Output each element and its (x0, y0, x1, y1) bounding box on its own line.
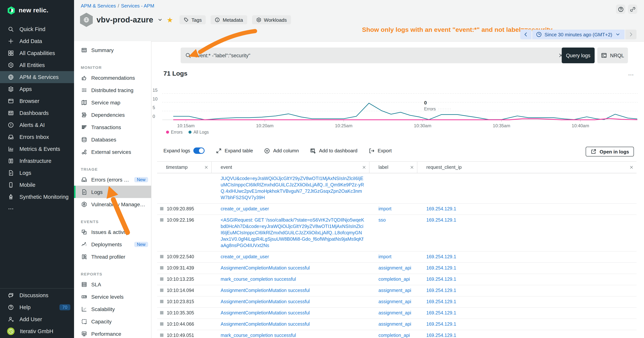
remove-column-icon[interactable] (410, 165, 414, 169)
sidebar-footer-help[interactable]: Help70 (0, 301, 74, 313)
entity-chevron-down-icon[interactable] (157, 17, 163, 23)
log-row[interactable]: 10:09:22.540create_or_update_userimport1… (157, 251, 636, 263)
nav-item-capacity[interactable]: Capacity (74, 315, 151, 327)
log-row[interactable]: 10:09:20.895create_or_update_userimport1… (157, 204, 636, 215)
logs-search-input[interactable]: event:* -"label":"security" (181, 48, 568, 63)
log-row[interactable]: 10:10:14.094AssignmentCompletionMutation… (157, 285, 636, 296)
log-label-link[interactable]: import (378, 206, 391, 211)
log-label-link[interactable]: assignment_api (378, 288, 411, 293)
sidebar-item-apm-services[interactable]: APM & Services (0, 71, 74, 83)
legend-errors[interactable]: Errors (166, 130, 183, 134)
log-event-link[interactable]: <ASGIRequest: GET '/sso/callback/?state=… (221, 217, 364, 248)
log-event-link[interactable]: AssignmentCompletionMutation successful (221, 288, 310, 293)
nav-item-deployments[interactable]: DeploymentsNew (74, 238, 151, 250)
metadata-button[interactable]: Metadata (211, 15, 247, 24)
time-forward-button[interactable] (625, 30, 636, 39)
log-label-link[interactable]: import (378, 254, 391, 259)
log-label-link[interactable]: assignment_api (378, 321, 411, 327)
add-column-button[interactable]: Add column (264, 148, 299, 154)
log-ip-link[interactable]: 169.254.129.1 (426, 277, 456, 282)
log-event-link[interactable]: AssignmentCompletionMutation successful (221, 321, 310, 327)
export-button[interactable]: Export (369, 148, 392, 154)
nav-item-scalability[interactable]: Scalability (74, 303, 151, 315)
remove-column-icon[interactable] (204, 165, 208, 169)
nav-item-service-levels[interactable]: Service levels (74, 290, 151, 303)
log-label-link[interactable]: completion_api (378, 333, 410, 338)
open-in-logs-button[interactable]: Open in logs (586, 147, 634, 156)
help-button[interactable] (616, 5, 625, 14)
sidebar-footer-iterativ-gmbh[interactable]: Iterativ GmbH (0, 325, 74, 337)
workloads-button[interactable]: Workloads (252, 15, 291, 24)
log-row[interactable]: 10:10:49.051mark_course_completion succe… (157, 330, 636, 338)
query-logs-button[interactable]: Query logs (562, 48, 595, 63)
remove-column-icon[interactable] (362, 165, 366, 169)
log-event-link[interactable]: create_or_update_user (221, 206, 269, 211)
logs-menu-button[interactable]: … (628, 70, 634, 77)
favorite-star-icon[interactable]: ★ (166, 16, 173, 24)
log-event-link[interactable]: AssignmentCompletionMutation successful (221, 299, 310, 304)
log-ip-link[interactable]: 169.254.129.1 (426, 321, 456, 327)
remove-column-icon[interactable] (630, 165, 634, 169)
expand-logs-switch[interactable] (193, 147, 204, 154)
log-event-link[interactable]: AssignmentCompletionMutation successful (221, 310, 310, 315)
log-event-link[interactable]: mark_course_completion successful (221, 277, 296, 282)
expand-logs-toggle[interactable]: Expand logs (164, 147, 204, 154)
nav-item-dependencies[interactable]: Dependencies (74, 109, 151, 121)
log-row[interactable]: JUQVU&code=eyJraWQiOiJjcGltY29yZV8wOTI1M… (157, 173, 636, 204)
log-ip-link[interactable]: 169.254.129.1 (426, 217, 456, 223)
sidebar-item-all-capabilities[interactable]: All Capabilities (0, 47, 74, 59)
log-label-link[interactable]: sso (378, 217, 386, 223)
sidebar-item-mobile[interactable]: Mobile (0, 179, 74, 191)
time-back-button[interactable] (520, 30, 532, 39)
sidebar-footer-add-user[interactable]: Add User (0, 313, 74, 325)
sidebar-item-apps[interactable]: Apps (0, 83, 74, 95)
log-row[interactable]: 10:10:23.815AssignmentCompletionMutation… (157, 296, 636, 308)
log-row[interactable]: 10:09:22.196<ASGIRequest: GET '/sso/call… (157, 215, 636, 251)
time-range-button[interactable]: Since 30 minutes ago (GMT+2) (532, 30, 624, 39)
nav-item-performance[interactable]: Performance (74, 327, 151, 338)
nav-item-summary[interactable]: Summary (74, 44, 151, 56)
log-ip-link[interactable]: 169.254.129.1 (426, 288, 456, 293)
nav-item-logs[interactable]: Logs (74, 186, 151, 198)
nav-item-service-map[interactable]: Service map (74, 96, 151, 109)
log-label-link[interactable]: assignment_api (378, 299, 411, 304)
breadcrumb-services-apm[interactable]: Services - APM (121, 3, 154, 9)
new-relic-logo[interactable]: new relic. (0, 0, 74, 15)
sidebar-item-add-data[interactable]: Add Data (0, 35, 74, 47)
sidebar-item-logs[interactable]: Logs (0, 167, 74, 179)
sidebar-item-synthetic-monitoring[interactable]: Synthetic Monitoring (0, 191, 74, 203)
nav-item-recommendations[interactable]: Recommendations (74, 72, 151, 84)
sidebar-item-more[interactable] (0, 203, 74, 215)
log-row[interactable]: 10:10:35.305AssignmentCompletionMutation… (157, 308, 636, 319)
nav-item-transactions[interactable]: Transactions (74, 121, 151, 133)
sidebar-item-all-entities[interactable]: All Entities (0, 59, 74, 71)
log-row[interactable]: 10:10:44.066AssignmentCompletionMutation… (157, 319, 636, 330)
log-ip-link[interactable]: 169.254.129.1 (426, 299, 456, 304)
log-label-link[interactable]: completion_api (378, 277, 410, 282)
nav-item-external-services[interactable]: External services (74, 146, 151, 158)
sidebar-item-dashboards[interactable]: Dashboards (0, 107, 74, 119)
log-label-link[interactable]: assignment_api (378, 310, 411, 315)
log-label-link[interactable]: assignment_api (378, 265, 411, 271)
nav-item-errors-errors-inb[interactable]: Errors (errors inb...New (74, 173, 151, 186)
tags-button[interactable]: Tags (180, 15, 206, 24)
log-ip-link[interactable]: 169.254.129.1 (426, 310, 456, 315)
add-to-dashboard-button[interactable]: Add to dashboard (310, 148, 357, 154)
legend-all-logs[interactable]: All Logs (189, 130, 209, 134)
entity-name[interactable]: vbv-prod-azure (96, 15, 153, 24)
nav-item-vulnerability-management[interactable]: Vulnerability Management (74, 198, 151, 210)
nav-item-issues-activity[interactable]: Issues & activity (74, 226, 151, 238)
log-event-link[interactable]: create_or_update_user (221, 254, 269, 259)
log-event-link[interactable]: JUQVU&code=eyJraWQiOiJjcGltY29yZV8wOTI1M… (221, 176, 364, 200)
log-ip-link[interactable]: 169.254.129.1 (426, 333, 456, 338)
logs-timeseries-chart[interactable]: 05101510:15am10:20am10:25am10:30am10:35a… (149, 86, 641, 131)
nav-item-thread-profiler[interactable]: Thread profiler (74, 250, 151, 263)
sidebar-footer-discussions[interactable]: Discussions (0, 289, 74, 301)
expand-table-button[interactable]: Expand table (216, 148, 253, 154)
sidebar-item-errors-inbox[interactable]: Errors Inbox (0, 131, 74, 143)
sidebar-item-alerts-ai[interactable]: Alerts & AI (0, 119, 74, 131)
copy-link-button[interactable] (628, 5, 637, 14)
nav-item-databases[interactable]: Databases (74, 133, 151, 146)
log-event-link[interactable]: AssignmentCompletionMutation successful (221, 265, 310, 271)
nav-item-distributed-tracing[interactable]: Distributed tracing (74, 84, 151, 96)
